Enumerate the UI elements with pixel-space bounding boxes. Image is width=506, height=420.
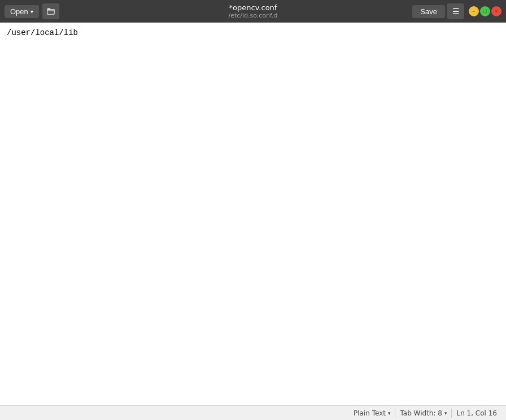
open-button-label: Open [10,7,28,16]
svg-rect-1 [47,8,50,10]
minimize-button[interactable]: − [469,6,479,16]
statusbar: Plain Text ▾ Tab Width: 8 ▾ Ln 1, Col 16 [0,405,506,420]
cursor-position-label: Ln 1, Col 16 [456,409,497,417]
menu-button[interactable]: ☰ [447,3,464,19]
title-filepath: /etc/ld.so.conf.d [228,12,277,19]
tab-width-selector[interactable]: Tab Width: 8 ▾ [395,406,451,420]
title-filename: *opencv.conf [228,3,277,12]
minimize-icon: − [472,8,475,14]
close-icon: × [495,8,498,14]
maximize-icon: □ [483,8,486,14]
editor-textarea[interactable] [0,23,506,405]
close-button[interactable]: × [491,6,501,16]
open-button[interactable]: Open ▾ [5,5,39,18]
open-dropdown-arrow: ▾ [30,8,33,15]
titlebar-right: Save ☰ − □ × [412,3,501,19]
maximize-button[interactable]: □ [480,6,490,16]
titlebar-center: *opencv.conf /etc/ld.so.conf.d [228,3,277,19]
file-manager-icon [47,7,55,16]
tab-width-dropdown-arrow: ▾ [444,410,447,416]
editor-area [0,23,506,405]
tab-width-label: Tab Width: 8 [400,409,442,417]
file-manager-button[interactable] [42,3,59,19]
menu-icon: ☰ [452,7,460,16]
titlebar: Open ▾ *opencv.conf /etc/ld.so.conf.d Sa… [0,0,506,23]
cursor-position[interactable]: Ln 1, Col 16 [452,406,501,420]
language-dropdown-arrow: ▾ [388,410,391,416]
language-label: Plain Text [354,409,386,417]
window-controls: − □ × [469,6,501,16]
svg-rect-0 [47,10,54,15]
language-selector[interactable]: Plain Text ▾ [349,406,395,420]
titlebar-left: Open ▾ [5,3,59,19]
save-button[interactable]: Save [412,5,445,18]
